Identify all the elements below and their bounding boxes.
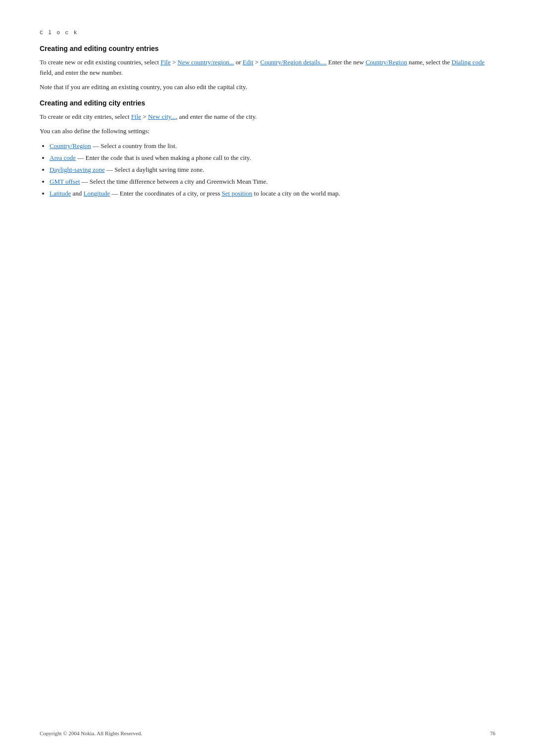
- section-city-para2: You can also define the following settin…: [40, 126, 495, 137]
- page-footer: Copyright © 2004 Nokia. All Rights Reser…: [40, 730, 495, 736]
- country-region-link-2[interactable]: Country/Region: [366, 58, 407, 66]
- section-country: Creating and editing country entries To …: [40, 45, 495, 92]
- section-country-heading: Creating and editing country entries: [40, 45, 495, 52]
- section-country-para2: Note that if you are editing an existing…: [40, 82, 495, 93]
- and-text: and: [71, 190, 83, 197]
- city-arrow1: >: [141, 113, 148, 120]
- page-container: C l o c k Creating and editing country e…: [0, 0, 535, 756]
- daylight-saving-bullet-link[interactable]: Daylight-saving zone: [50, 166, 105, 173]
- edit-link-1[interactable]: Edit: [243, 58, 254, 66]
- lat-long-desc-prefix: — Enter the coordinates of a city, or pr…: [110, 190, 222, 197]
- list-item-area-code: Area code — Enter the code that is used …: [50, 152, 495, 163]
- section-city: Creating and editing city entries To cre…: [40, 99, 495, 199]
- page-label: C l o c k: [40, 30, 495, 36]
- lat-long-desc-suffix: to locate a city on the world map.: [252, 190, 340, 197]
- footer-copyright: Copyright © 2004 Nokia. All Rights Reser…: [40, 730, 142, 736]
- section-city-para1: To create or edit city entries, select F…: [40, 112, 495, 122]
- country-para1-prefix: To create new or edit existing countries…: [40, 58, 160, 66]
- file-link-2[interactable]: File: [131, 113, 141, 120]
- list-item-gmt-offset: GMT offset — Select the time difference …: [50, 176, 495, 187]
- or-text: or: [234, 58, 242, 66]
- gmt-offset-bullet-link[interactable]: GMT offset: [50, 178, 80, 185]
- list-item-daylight-saving: Daylight-saving zone — Select a daylight…: [50, 164, 495, 175]
- footer-page-number: 76: [490, 730, 495, 736]
- list-item-lat-long: Latitude and Longitude — Enter the coord…: [50, 188, 495, 199]
- new-city-link[interactable]: New city...: [148, 113, 176, 120]
- area-code-bullet-desc: — Enter the code that is used when makin…: [76, 154, 251, 161]
- city-para1-prefix: To create or edit city entries, select: [40, 113, 131, 120]
- set-position-link[interactable]: Set position: [222, 190, 253, 197]
- city-settings-list: Country/Region — Select a country from t…: [50, 141, 495, 199]
- para1-suffix: Enter the new: [326, 58, 366, 66]
- para1-suffix2: name, select the: [407, 58, 452, 66]
- arrow1: >: [170, 58, 177, 66]
- arrow2: >: [253, 58, 260, 66]
- country-region-bullet-link[interactable]: Country/Region: [50, 142, 91, 150]
- para1-suffix3: field, and enter the new number.: [40, 69, 123, 76]
- file-link-1[interactable]: File: [160, 58, 170, 66]
- latitude-bullet-link[interactable]: Latitude: [50, 190, 71, 197]
- city-para1-suffix: , and enter the name of the city.: [176, 113, 257, 120]
- area-code-bullet-link[interactable]: Area code: [50, 154, 76, 161]
- country-region-bullet-desc: — Select a country from the list.: [91, 142, 177, 150]
- gmt-offset-bullet-desc: — Select the time difference between a c…: [80, 178, 268, 185]
- longitude-bullet-link[interactable]: Longitude: [84, 190, 110, 197]
- section-city-heading: Creating and editing city entries: [40, 99, 495, 107]
- list-item-country-region: Country/Region — Select a country from t…: [50, 141, 495, 151]
- dialing-code-link[interactable]: Dialing code: [452, 58, 485, 66]
- new-country-region-link[interactable]: New country/region...: [177, 58, 234, 66]
- section-country-para1: To create new or edit existing countries…: [40, 57, 495, 78]
- daylight-saving-bullet-desc: — Select a daylight saving time zone.: [105, 166, 205, 173]
- country-region-details-link[interactable]: Country/Region details....: [260, 58, 326, 66]
